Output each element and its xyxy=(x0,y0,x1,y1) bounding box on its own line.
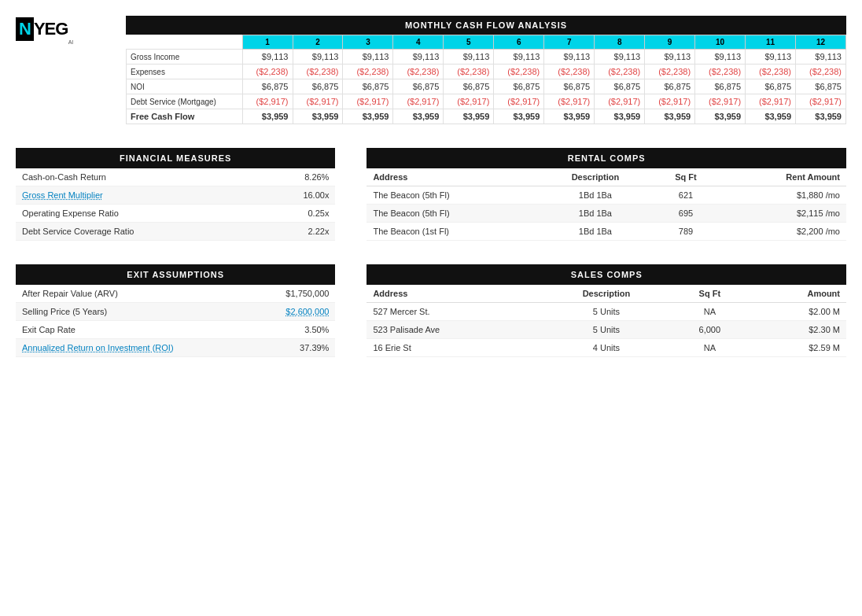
cf-row-label: Gross Income xyxy=(127,50,243,65)
sc-col-header: Amount xyxy=(747,285,846,303)
cf-cell: $9,113 xyxy=(746,50,796,65)
ea-value: $1,750,000 xyxy=(254,285,335,303)
rc-col-header: Rent Amount xyxy=(719,168,846,186)
cf-cell: ($2,917) xyxy=(343,94,393,109)
rental-comps-table: AddressDescriptionSq FtRent Amount The B… xyxy=(367,168,846,241)
cf-month-header: 3 xyxy=(343,35,393,50)
sc-amount: $2.00 M xyxy=(747,303,846,321)
cf-month-header: 9 xyxy=(645,35,695,50)
financial-measures-panel: FINANCIAL MEASURES Cash-on-Cash Return8.… xyxy=(16,148,335,241)
ea-row: Annualized Return on Investment (ROI)37.… xyxy=(16,339,335,357)
cf-row-label: Free Cash Flow xyxy=(127,109,243,124)
cf-cell: ($2,238) xyxy=(393,65,444,79)
cf-cell: $3,959 xyxy=(343,109,393,124)
fm-row: Cash-on-Cash Return8.26% xyxy=(16,168,335,186)
fm-label: Operating Expense Ratio xyxy=(16,205,260,223)
sc-sqft: 6,000 xyxy=(672,321,747,339)
rental-comps-title: RENTAL COMPS xyxy=(367,148,846,168)
sc-row: 527 Mercer St.5 UnitsNA$2.00 M xyxy=(367,303,846,321)
cf-cell: ($2,917) xyxy=(695,94,746,109)
cash-flow-table: 123456789101112 Gross Income$9,113$9,113… xyxy=(126,35,846,124)
cf-month-header: 5 xyxy=(444,35,494,50)
rc-amount: $2,200 /mo xyxy=(719,223,846,241)
cf-cell: $6,875 xyxy=(444,79,494,94)
cf-cell: $6,875 xyxy=(595,79,645,94)
sales-comps-title: SALES COMPS xyxy=(367,264,846,285)
cf-cell: $6,875 xyxy=(242,79,293,94)
cf-cell: $3,959 xyxy=(242,109,293,124)
cf-row: NOI$6,875$6,875$6,875$6,875$6,875$6,875$… xyxy=(127,79,846,94)
cf-cell: $9,113 xyxy=(444,50,494,65)
ea-row: Exit Cap Rate3.50% xyxy=(16,321,335,339)
exit-assumptions-table: After Repair Value (ARV)$1,750,000Sellin… xyxy=(16,285,335,357)
cf-cell: $3,959 xyxy=(746,109,796,124)
cf-cell: $3,959 xyxy=(796,109,846,124)
sc-amount: $2.30 M xyxy=(747,321,846,339)
sales-comps-panel: SALES COMPS AddressDescriptionSq FtAmoun… xyxy=(367,264,846,357)
cf-cell: $3,959 xyxy=(293,109,343,124)
cf-cell: $9,113 xyxy=(796,50,846,65)
rc-col-header: Address xyxy=(367,168,537,186)
rc-description: 1Bd 1Ba xyxy=(538,186,654,205)
cf-cell: ($2,917) xyxy=(746,94,796,109)
fm-value: 0.25x xyxy=(260,205,335,223)
sc-col-header: Address xyxy=(367,285,540,303)
cf-month-header: 1 xyxy=(242,35,293,50)
logo-n: N xyxy=(16,17,34,41)
rc-row: The Beacon (1st Fl)1Bd 1Ba789$2,200 /mo xyxy=(367,223,846,241)
sc-col-header: Sq Ft xyxy=(672,285,747,303)
sales-comps-table: AddressDescriptionSq FtAmount 527 Mercer… xyxy=(367,285,846,357)
cf-cell: $3,959 xyxy=(444,109,494,124)
rental-comps-panel: RENTAL COMPS AddressDescriptionSq FtRent… xyxy=(367,148,846,241)
cf-cell: $6,875 xyxy=(393,79,444,94)
fm-value: 16.00x xyxy=(260,186,335,205)
logo-area: NYEG AI xyxy=(16,16,126,45)
rc-description: 1Bd 1Ba xyxy=(538,205,654,223)
logo-yeg: YEG xyxy=(34,19,68,39)
rc-row: The Beacon (5th Fl)1Bd 1Ba695$2,115 /mo xyxy=(367,205,846,223)
ea-label: Annualized Return on Investment (ROI) xyxy=(16,339,254,357)
fm-label: Debt Service Coverage Ratio xyxy=(16,223,260,241)
cf-cell: $3,959 xyxy=(393,109,444,124)
fm-value: 8.26% xyxy=(260,168,335,186)
cf-cell: ($2,238) xyxy=(595,65,645,79)
ea-label: Exit Cap Rate xyxy=(16,321,254,339)
fm-label: Gross Rent Multiplier xyxy=(16,186,260,205)
cf-month-header: 8 xyxy=(595,35,645,50)
cf-cell: ($2,238) xyxy=(746,65,796,79)
cf-cell: $3,959 xyxy=(645,109,695,124)
ea-value: $2,600,000 xyxy=(254,303,335,321)
sc-address: 523 Palisade Ave xyxy=(367,321,540,339)
sc-row: 523 Palisade Ave5 Units6,000$2.30 M xyxy=(367,321,846,339)
cf-month-header: 7 xyxy=(544,35,595,50)
cf-cell: ($2,238) xyxy=(242,65,293,79)
cf-cell: ($2,238) xyxy=(695,65,746,79)
cf-cell: $9,113 xyxy=(695,50,746,65)
exit-assumptions-panel: EXIT ASSUMPTIONS After Repair Value (ARV… xyxy=(16,264,335,357)
logo: NYEG xyxy=(16,17,68,41)
cf-cell: $9,113 xyxy=(393,50,444,65)
cf-cell: ($2,238) xyxy=(293,65,343,79)
cf-cell: ($2,238) xyxy=(494,65,544,79)
cf-month-header: 6 xyxy=(494,35,544,50)
sc-amount: $2.59 M xyxy=(747,339,846,357)
rc-address: The Beacon (5th Fl) xyxy=(367,205,537,223)
rc-col-header: Sq Ft xyxy=(653,168,718,186)
cf-cell: ($2,917) xyxy=(645,94,695,109)
cf-cell: ($2,917) xyxy=(544,94,595,109)
rc-sqft: 695 xyxy=(653,205,718,223)
cf-cell: $6,875 xyxy=(645,79,695,94)
cf-cell: ($2,917) xyxy=(595,94,645,109)
cf-cell: $6,875 xyxy=(796,79,846,94)
cf-row-label: Expenses xyxy=(127,65,243,79)
cf-month-header: 10 xyxy=(695,35,746,50)
cf-cell: ($2,917) xyxy=(796,94,846,109)
cf-month-header: 12 xyxy=(796,35,846,50)
cash-flow-title: MONTHLY CASH FLOW ANALYSIS xyxy=(126,16,846,35)
cf-month-header: 2 xyxy=(293,35,343,50)
sc-description: 4 Units xyxy=(540,339,672,357)
cf-cell: ($2,917) xyxy=(242,94,293,109)
cf-cell: $6,875 xyxy=(746,79,796,94)
cf-cell: ($2,238) xyxy=(544,65,595,79)
cf-cell: $3,959 xyxy=(695,109,746,124)
